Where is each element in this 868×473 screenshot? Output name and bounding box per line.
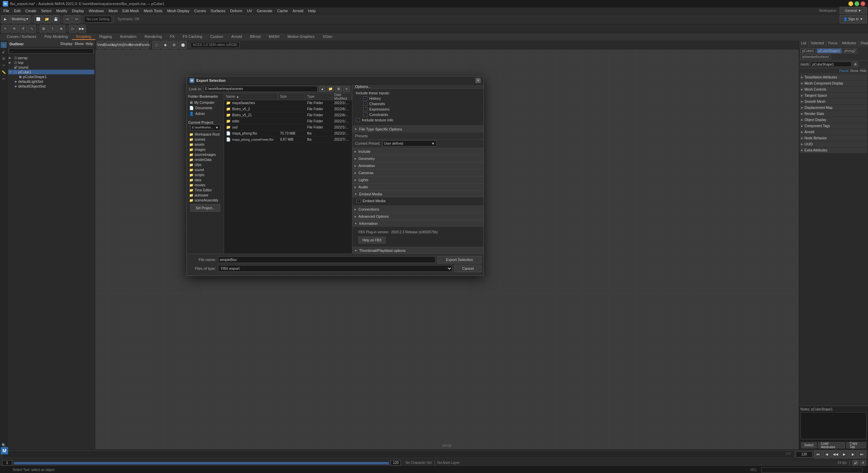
node-tab-pcubeshape1[interactable]: pCubeShape1 xyxy=(817,48,842,53)
measure-icon[interactable]: 📏 xyxy=(1,69,7,75)
mel-input[interactable] xyxy=(761,467,863,473)
close-button[interactable]: ✕ xyxy=(861,1,865,6)
vp-smooth-btn[interactable]: ⬤ xyxy=(179,41,187,49)
tree-item-pcube1[interactable]: ▼ ⬡ pCube1 xyxy=(8,70,94,74)
mesh-select-btn[interactable]: ⊕ xyxy=(853,62,858,67)
tab-custom[interactable]: Custom xyxy=(206,34,227,40)
attr-arnold[interactable]: ▶ Arnold xyxy=(800,129,867,135)
viewport[interactable]: View Shading Lighting Show Renderer Pane… xyxy=(95,41,799,449)
attr-smooth-mesh[interactable]: ▶ Smooth Mesh xyxy=(800,99,867,105)
attr-node-behavior[interactable]: ▶ Node Behavior xyxy=(800,135,867,141)
loop-btn[interactable]: ↺ xyxy=(860,460,866,466)
file-row-maya-phong[interactable]: 📄maya_phong.fbx 75.73 MiB fbs 2022/2/14 … xyxy=(224,131,352,137)
bookmark-admin[interactable]: 👤 Admin xyxy=(188,111,222,117)
tree-item-persp[interactable]: ▶ 🎥 persp xyxy=(8,55,94,60)
nav-new-folder-btn[interactable]: 📁 xyxy=(327,86,334,92)
folder-clips[interactable]: 📁 clips xyxy=(188,162,222,167)
menu-create[interactable]: Create xyxy=(23,8,39,14)
nav-list-view-btn[interactable]: ≡ xyxy=(343,86,350,92)
snap-point-btn[interactable]: ⊕ xyxy=(57,25,65,33)
attr-displacement[interactable]: ▶ Displacement Map xyxy=(800,105,867,111)
lights-header[interactable]: ▶ Lights xyxy=(352,176,483,183)
menu-modify[interactable]: Modify xyxy=(54,8,69,14)
tab-motion-graphics[interactable]: Motion Graphics xyxy=(283,34,319,40)
texture-info-checkbox[interactable]: ✓ xyxy=(356,118,360,122)
skip-start-btn[interactable]: ⏮ xyxy=(814,450,822,458)
col-size[interactable]: Size xyxy=(278,93,305,100)
workspace-dropdown[interactable]: General ▼ xyxy=(840,7,867,15)
sculpt-icon[interactable]: ⦿ xyxy=(1,55,7,62)
current-preset-dropdown[interactable]: User defined ▼ xyxy=(382,140,437,146)
audio-btn[interactable]: 🔊 xyxy=(852,460,859,466)
information-header[interactable]: ▼ Information xyxy=(352,220,483,227)
tab-rigging[interactable]: Rigging xyxy=(95,34,116,40)
file-row-bistro2[interactable]: 📁Bistro_v5_2 File Folder 2022/6/20 18:59 xyxy=(224,106,352,112)
file-row-mayaswatches[interactable]: 📁mayaSwatches File Folder 2022/1/13 17:3… xyxy=(224,100,352,106)
outliner-help-menu[interactable]: Help xyxy=(85,42,93,46)
play-btn[interactable]: ▶ xyxy=(840,450,848,458)
bookmark-my-computer[interactable]: 🖥 My Computer xyxy=(188,100,222,105)
constraints-checkbox[interactable]: ✓ xyxy=(363,113,367,117)
select-icon[interactable]: ↖ xyxy=(1,42,7,48)
include-header[interactable]: ▶ Include xyxy=(352,148,483,155)
select-btn[interactable]: Select xyxy=(801,442,817,448)
folder-renderdata[interactable]: 📁 renderData xyxy=(188,157,222,162)
menu-deform[interactable]: Deform xyxy=(228,8,244,14)
new-scene-btn[interactable]: ⬜ xyxy=(34,15,42,23)
outliner-search[interactable] xyxy=(9,48,94,54)
export-selection-btn[interactable]: Export Selection xyxy=(438,256,481,263)
outliner-show-menu[interactable]: Show xyxy=(75,42,84,46)
menu-mesh-display[interactable]: Mesh Display xyxy=(165,8,192,14)
attr-render-stats[interactable]: ▶ Render Stats xyxy=(800,111,867,117)
folder-scenes[interactable]: 📁 scenes xyxy=(188,137,222,142)
mesh-input[interactable] xyxy=(811,62,851,67)
snap-curve-btn[interactable]: ⌇ xyxy=(48,25,56,33)
hide-btn[interactable]: Hide xyxy=(860,69,867,73)
filename-input[interactable] xyxy=(218,256,436,263)
menu-curves[interactable]: Curves xyxy=(192,8,208,14)
focus-btn[interactable]: Focus xyxy=(839,69,848,73)
mode-dropdown[interactable]: Modeling▼ xyxy=(10,15,30,23)
menu-cache[interactable]: Cache xyxy=(275,8,290,14)
nav-up-btn[interactable]: ▲ xyxy=(319,86,326,92)
scale-tool-btn[interactable]: ⤡ xyxy=(28,25,36,33)
annotate-icon[interactable]: ✏ xyxy=(1,76,7,82)
copy-tab-btn[interactable]: Copy Tab xyxy=(846,442,866,448)
menu-file[interactable]: File xyxy=(1,8,11,14)
lighting-menu-btn[interactable]: Lighting xyxy=(114,41,122,49)
cb-tab-display[interactable]: Display xyxy=(859,41,868,47)
maximize-button[interactable]: □ xyxy=(854,1,859,6)
load-attributes-btn[interactable]: Load Attributes xyxy=(818,442,845,448)
menu-surfaces[interactable]: Surfaces xyxy=(209,8,227,14)
file-row-maya-phong-cosine[interactable]: 📄maya_phong_cosinePower.fbx 6.87 MiB fbs… xyxy=(224,137,352,143)
tree-item-sound[interactable]: ▶ 🔊 sound xyxy=(8,65,94,70)
file-row-bistro21[interactable]: 📁Bistro_v5_21 File Folder 2022/6/20 15:2… xyxy=(224,112,352,118)
tab-curves-surfaces[interactable]: Curves / Surfaces xyxy=(3,34,40,40)
prev-frame-btn[interactable]: ◀ xyxy=(823,450,831,458)
attr-extra[interactable]: ▶ Extra Attributes xyxy=(800,147,867,153)
menu-help[interactable]: Help xyxy=(306,8,318,14)
history-checkbox[interactable]: ✓ xyxy=(363,96,367,100)
ipr-btn[interactable]: ▶▶ xyxy=(78,25,86,33)
folder-assets[interactable]: 📁 assets xyxy=(188,142,222,147)
redo-btn[interactable]: ↪ xyxy=(72,15,80,23)
outliner-display-menu[interactable]: Display xyxy=(60,42,73,46)
cb-tab-focus[interactable]: Focus xyxy=(826,41,840,47)
panels-menu-btn[interactable]: Panels xyxy=(141,41,149,49)
vp-camera-btn[interactable]: 🎥 xyxy=(152,41,160,49)
bookmark-documents[interactable]: 📄 Documents xyxy=(188,105,222,111)
channels-checkbox[interactable]: ✓ xyxy=(363,102,367,106)
folder-sound[interactable]: 📁 sound xyxy=(188,167,222,172)
tree-item-defaultobjectset[interactable]: ▶ ◈ defaultObjectSet xyxy=(8,84,94,89)
expressions-checkbox[interactable]: ✓ xyxy=(363,107,367,111)
minimize-button[interactable]: – xyxy=(848,1,853,6)
timeline-ruler[interactable]: 1 120 xyxy=(2,451,794,458)
tab-arnold[interactable]: Arnold xyxy=(227,34,246,40)
embed-media-header[interactable]: ▼ Embed Media xyxy=(352,191,483,197)
next-frame-btn[interactable]: ▶ xyxy=(849,450,857,458)
frame-counter[interactable]: 120 xyxy=(796,451,813,457)
snap-grid-btn[interactable]: ⊞ xyxy=(40,25,48,33)
set-project-btn[interactable]: Set Project... xyxy=(190,204,220,212)
current-project-dropdown[interactable]: E:\workflow\maya ▼ xyxy=(190,124,220,131)
file-row-usd[interactable]: 📁usd File Folder 2022/1/24 16:47 xyxy=(224,124,352,131)
